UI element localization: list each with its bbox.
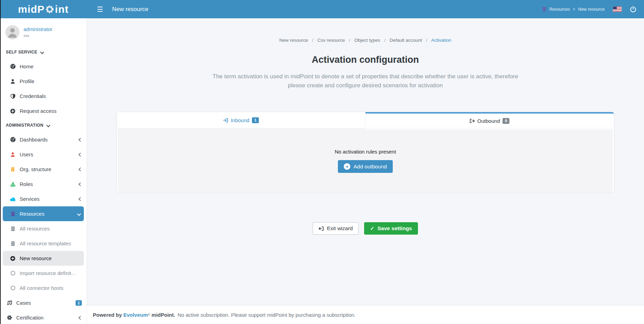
sidebar-item-home[interactable]: Home — [0, 59, 87, 74]
building-icon — [9, 167, 16, 172]
logo-text-right: int — [55, 3, 69, 15]
user-icon — [9, 79, 16, 84]
topbar-breadcrumb: Resources > New resource — [542, 7, 605, 12]
topbar-breadcrumb-separator: > — [573, 7, 575, 12]
empty-state-text: No activation rules present — [118, 129, 613, 155]
sidebar-item-label: All resource templates — [20, 240, 71, 246]
chevron-left-icon — [78, 182, 82, 186]
sidebar-item-cases[interactable]: Cases 1 — [0, 295, 87, 310]
sidebar-item-all-connector-hosts[interactable]: All connector hosts — [0, 281, 87, 295]
breadcrumb-separator: / — [312, 38, 313, 43]
breadcrumb-separator: / — [349, 38, 350, 43]
database-icon — [9, 241, 16, 246]
sidebar: administrator sss SELF SERVICE Home Pro — [0, 18, 87, 324]
hamburger-menu-icon[interactable]: ☰ — [97, 5, 103, 13]
sidebar-item-label: Roles — [20, 181, 33, 187]
plus-circle-icon: + — [344, 163, 350, 170]
chevron-left-icon — [78, 153, 82, 156]
sidebar-item-credentials[interactable]: Credentials — [0, 89, 87, 104]
sign-in-icon — [223, 118, 228, 123]
page-content: New resource / Csv resource / Object typ… — [87, 18, 644, 305]
breadcrumb-new-resource[interactable]: New resource — [279, 38, 308, 43]
section-header-self-service[interactable]: SELF SERVICE — [0, 45, 87, 59]
database-icon — [9, 226, 16, 232]
footer-powered-by: Powered by — [93, 312, 122, 318]
breadcrumb-csv-resource[interactable]: Csv resource — [318, 38, 345, 43]
logout-power-icon[interactable] — [630, 6, 636, 12]
topbar-breadcrumb-resources[interactable]: Resources — [549, 7, 570, 12]
logo-text-left: midP — [18, 3, 45, 15]
page-title: Activation configuration — [87, 55, 644, 65]
topbar-breadcrumb-new-resource[interactable]: New resource — [578, 7, 605, 12]
sidebar-item-label: Dashboards — [20, 137, 48, 143]
tab-label: Inbound — [231, 117, 249, 123]
add-outbound-label: Add outbound — [353, 164, 387, 170]
chevron-left-icon — [78, 167, 82, 171]
outbound-count-badge: 0 — [502, 118, 509, 124]
sidebar-item-all-resource-templates[interactable]: All resource templates — [0, 236, 87, 251]
breadcrumb-default-account[interactable]: Default account — [390, 38, 422, 43]
footer: Powered by Evolveum® midPoint. No active… — [87, 305, 644, 324]
sidebar-item-label: Certification — [16, 315, 43, 321]
user-icon — [9, 152, 16, 157]
sidebar-item-roles[interactable]: Roles — [0, 177, 87, 192]
sidebar-item-certification[interactable]: Certification — [0, 310, 87, 324]
chevron-left-icon — [78, 316, 82, 320]
sidebar-item-label: All resources — [20, 226, 50, 232]
sidebar-item-dashboards[interactable]: Dashboards — [0, 132, 87, 147]
sidebar-item-request-access[interactable]: Request access — [0, 104, 87, 118]
username-link[interactable]: administrator — [23, 27, 52, 32]
sidebar-item-label: Services — [20, 196, 40, 202]
sidebar-item-label: Cases — [16, 300, 31, 306]
sidebar-item-label: All connector hosts — [20, 285, 64, 291]
chevron-down-icon — [46, 123, 50, 127]
chevron-down-icon — [40, 50, 44, 54]
breadcrumb-separator: / — [426, 38, 428, 43]
section-header-administration[interactable]: ADMINISTRATION — [0, 118, 87, 132]
sidebar-item-label: Users — [20, 151, 33, 157]
sidebar-item-label: Credentials — [20, 93, 46, 99]
plus-circle-icon — [9, 108, 16, 114]
sidebar-item-label: Org. structure — [20, 166, 51, 172]
page-description: The term activation is used in midPoint … — [207, 72, 524, 90]
user-subtitle: sss — [23, 33, 52, 38]
sidebar-item-org-structure[interactable]: Org. structure — [0, 162, 87, 177]
breadcrumb-object-types[interactable]: Object types — [354, 38, 380, 43]
midpoint-logo[interactable]: midP int — [0, 3, 87, 15]
tab-inbound[interactable]: Inbound 1 — [117, 112, 366, 128]
breadcrumb-activation: Activation — [431, 38, 451, 43]
circle-icon — [9, 285, 16, 291]
sign-out-icon — [470, 118, 475, 124]
cases-count-badge: 1 — [76, 300, 82, 306]
user-panel: administrator sss — [0, 18, 87, 45]
exit-wizard-label: Exit wizard — [327, 225, 353, 232]
sidebar-item-new-resource[interactable]: New resource — [3, 251, 84, 266]
add-outbound-button[interactable]: + Add outbound — [338, 160, 393, 173]
sidebar-item-users[interactable]: Users — [0, 147, 87, 162]
tab-label: Outbound — [477, 118, 500, 124]
topbar-page-title: New resource — [112, 6, 148, 13]
evolveum-link[interactable]: Evolveum — [123, 312, 148, 318]
chevron-left-icon — [78, 197, 82, 201]
roles-icon — [9, 181, 16, 187]
sidebar-item-services[interactable]: Services — [0, 192, 87, 206]
footer-product: midPoint. — [152, 312, 175, 318]
avatar[interactable] — [6, 25, 19, 39]
exit-wizard-button[interactable]: Exit wizard — [313, 222, 359, 235]
sidebar-item-label: Resources — [20, 211, 45, 217]
sidebar-item-resources[interactable]: Resources — [3, 206, 84, 221]
locale-flag-us-icon[interactable] — [613, 7, 622, 12]
chevron-left-icon — [78, 138, 82, 141]
cloud-icon — [9, 197, 16, 202]
subscription-note: No active subscription. Please support m… — [177, 312, 355, 318]
sidebar-item-all-resources[interactable]: All resources — [0, 221, 87, 236]
save-settings-button[interactable]: ✓ Save settings — [364, 222, 418, 235]
database-icon — [542, 7, 547, 12]
tab-outbound[interactable]: Outbound 0 — [365, 112, 614, 128]
sidebar-item-profile[interactable]: Profile — [0, 74, 87, 89]
tab-panel-outbound: No activation rules present + Add outbou… — [118, 129, 613, 193]
inbound-count-badge: 1 — [252, 117, 259, 123]
sidebar-item-label: Profile — [20, 78, 35, 84]
sidebar-item-label: Request access — [20, 108, 57, 114]
sidebar-item-import-resource-definition[interactable]: Import resource definit… — [0, 266, 87, 281]
